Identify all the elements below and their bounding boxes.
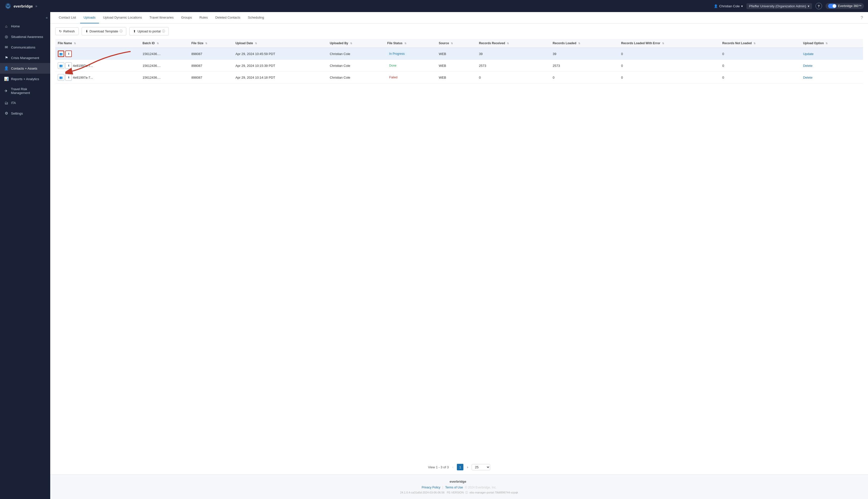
upload-portal-button[interactable]: ⬆ Upload to portal ⓘ [129, 27, 169, 35]
cell-upload-option[interactable]: Delete [801, 60, 863, 72]
download-info-icon: ⓘ [120, 29, 123, 34]
tab-scheduling[interactable]: Scheduling [244, 12, 268, 23]
logo-text: everbridge [14, 4, 33, 8]
sidebar-item-travel-risk[interactable]: ✈ Travel Risk Management [0, 84, 50, 98]
org-dropdown-icon: ▾ [808, 4, 809, 8]
cell-records-loaded-error: 0 [619, 60, 720, 72]
cell-file-name: 👥⬇ [55, 48, 140, 60]
cell-file-size: 898087 [189, 60, 233, 72]
pagination-prev-button[interactable]: ‹ [451, 465, 455, 470]
per-page-select[interactable]: 25 50 100 [472, 464, 490, 470]
col-upload-date[interactable]: Upload Date ⇅ [233, 39, 327, 48]
help-button[interactable]: ? [816, 3, 822, 9]
cell-source: WEB [436, 72, 476, 83]
sidebar-label-travel-risk: Travel Risk Management [11, 87, 46, 95]
footer-logo: everbridge [55, 479, 864, 484]
file-contacts-icon[interactable]: 👥 [58, 50, 64, 57]
cell-records-loaded-error: 0 [619, 48, 720, 60]
toggle-360-switch[interactable] [828, 4, 836, 8]
sidebar-item-crisis-management[interactable]: ⚑ Crisis Management [0, 52, 50, 63]
sort-icon-records-loaded: ⇅ [578, 42, 580, 45]
col-file-size[interactable]: File Size ⇅ [189, 39, 233, 48]
sidebar-item-reports-analytics[interactable]: 📊 Reports + Analytics [0, 74, 50, 84]
cell-batch-id: 15612436.... [140, 60, 189, 72]
user-icon: 👤 [714, 4, 718, 8]
tab-help-button[interactable]: ? [861, 15, 863, 20]
pagination-page-1[interactable]: 1 [457, 464, 463, 470]
sort-icon-upload-date: ⇅ [255, 42, 257, 45]
sidebar-label-crisis-management: Crisis Management [11, 56, 39, 60]
col-file-name[interactable]: File Name ⇅ [55, 39, 140, 48]
org-menu[interactable]: Pfieffer University (Organization Admin)… [746, 3, 812, 9]
travel-risk-icon: ✈ [4, 89, 9, 93]
col-records-not-loaded[interactable]: Records Not Loaded ⇅ [720, 39, 801, 48]
sort-icon-file-name: ⇅ [74, 42, 76, 45]
logo[interactable]: everbridge [4, 2, 33, 10]
cell-upload-option[interactable]: Delete [801, 72, 863, 83]
col-upload-option[interactable]: Upload Option ⇅ [801, 39, 863, 48]
col-records-received[interactable]: Records Received ⇅ [476, 39, 550, 48]
file-download-icon[interactable]: ⬇ [65, 74, 72, 81]
privacy-policy-link[interactable]: Privacy Policy [422, 486, 441, 489]
sidebar-item-contacts-assets[interactable]: 👤 Contacts + Assets [0, 63, 50, 74]
table-wrapper: File Name ⇅ Batch ID ⇅ File Size ⇅ Uploa… [50, 39, 868, 460]
pagination-view-text: View 1 - 3 of 3 [428, 465, 449, 469]
cell-file-size: 898087 [189, 72, 233, 83]
sort-icon-file-status: ⇅ [404, 42, 406, 45]
user-dropdown-icon: ▾ [741, 4, 743, 8]
file-name-text: 4e81997a-7... [73, 64, 93, 68]
pagination: View 1 - 3 of 3 ‹ 1 › 25 50 100 [50, 460, 868, 474]
status-badge: In Progress [387, 51, 407, 56]
user-menu[interactable]: 👤 Christian Cole ▾ [714, 4, 743, 8]
tab-upload-dynamic-locations[interactable]: Upload Dynamic Locations [99, 12, 146, 23]
pagination-next-button[interactable]: › [466, 465, 470, 470]
tab-contact-list[interactable]: Contact List [55, 12, 79, 23]
col-records-loaded-error[interactable]: Records Loaded With Error ⇅ [619, 39, 720, 48]
sidebar-item-communications[interactable]: ✉ Communications [0, 42, 50, 52]
sidebar-item-settings[interactable]: ⚙ Settings [0, 108, 50, 119]
col-source[interactable]: Source ⇅ [436, 39, 476, 48]
tab-travel-itineraries[interactable]: Travel Itineraries [146, 12, 177, 23]
tab-groups[interactable]: Groups [177, 12, 195, 23]
collapse-sidebar-icon[interactable]: » [35, 4, 37, 8]
sidebar-item-home[interactable]: ⌂ Home [0, 21, 50, 32]
upload-icon: ⬆ [133, 29, 136, 33]
tab-rules[interactable]: Rules [196, 12, 211, 23]
refresh-button[interactable]: ↻ Refresh [55, 27, 78, 35]
download-template-button[interactable]: ⬇ Download Template ⓘ [82, 27, 127, 35]
col-records-loaded[interactable]: Records Loaded ⇅ [550, 39, 619, 48]
sort-icon-uploaded-by: ⇅ [350, 42, 352, 45]
col-batch-id[interactable]: Batch ID ⇅ [140, 39, 189, 48]
sort-icon-upload-option: ⇅ [826, 42, 828, 45]
col-uploaded-by[interactable]: Uploaded By ⇅ [327, 39, 385, 48]
cell-upload-option[interactable]: Update [801, 48, 863, 60]
cell-upload-date: Apr 29, 2024 10:14:18 PDT [233, 72, 327, 83]
sidebar-label-settings: Settings [11, 112, 23, 115]
file-download-icon[interactable]: ⬇ [65, 50, 72, 57]
toolbar: ↻ Refresh ⬇ Download Template ⓘ ⬆ Upload… [50, 24, 868, 39]
cell-batch-id: 15612436.... [140, 48, 189, 60]
cell-uploaded-by: Christian Cole [327, 72, 385, 83]
terms-of-use-link[interactable]: Terms of Use [445, 486, 463, 489]
cell-batch-id: 15612436.... [140, 72, 189, 83]
sort-icon-source: ⇅ [451, 42, 453, 45]
file-download-icon[interactable]: ⬇ [65, 62, 72, 69]
tab-deleted-contacts[interactable]: Deleted Contacts [212, 12, 244, 23]
sidebar-label-ita: ITA [11, 101, 16, 105]
tab-uploads[interactable]: Uploads [80, 12, 99, 23]
sidebar-item-ita[interactable]: 🗂 ITA [0, 98, 50, 108]
file-icons-group: 👥⬇4e81997a-7... [58, 74, 137, 81]
org-name: Pfieffer University (Organization Admin) [749, 4, 806, 8]
sidebar-collapse-button[interactable]: « [46, 15, 48, 20]
file-contacts-icon[interactable]: 👥 [58, 74, 64, 81]
crisis-management-icon: ⚑ [4, 56, 9, 60]
table-body: 👥⬇15612436....898087Apr 29, 2024 10:45:5… [55, 48, 863, 83]
situational-awareness-icon: ◎ [4, 34, 9, 39]
sidebar-item-situational-awareness[interactable]: ◎ Situational Awareness [0, 32, 50, 42]
toggle-360-label: Everbridge 360™ [838, 4, 861, 8]
sidebar-label-home: Home [11, 24, 20, 28]
file-contacts-icon[interactable]: 👥 [58, 62, 64, 69]
col-file-status[interactable]: File Status ⇅ [385, 39, 436, 48]
toggle-360-container[interactable]: Everbridge 360™ [826, 3, 864, 9]
sort-icon-batch-id: ⇅ [157, 42, 159, 45]
